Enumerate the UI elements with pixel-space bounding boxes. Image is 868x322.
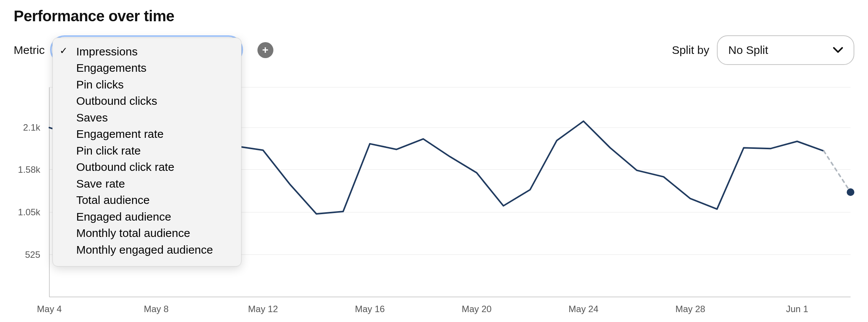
series-pending-line [824,151,851,192]
metric-option-label: Engagement rate [76,128,164,140]
metric-option-label: Save rate [76,177,125,190]
metric-option-label: Monthly total audience [76,227,190,239]
plus-icon: + [262,44,268,56]
metric-option-label: Pin clicks [76,78,124,91]
metric-option[interactable]: ✓Impressions [53,43,241,60]
x-tick-label: Jun 1 [786,304,808,314]
check-icon: ✓ [60,45,68,57]
metric-option[interactable]: Save rate [53,175,241,192]
split-by-label: Split by [672,44,709,57]
metric-dropdown-anchor: ✓ImpressionsEngagementsPin clicksOutboun… [52,38,241,63]
x-tick-label: May 16 [355,304,385,314]
metric-option[interactable]: Total audience [53,192,241,208]
controls-row: Metric ✓ImpressionsEngagementsPin clicks… [14,35,854,65]
metric-option-label: Engaged audience [76,210,171,223]
x-tick-label: May 28 [675,304,705,314]
y-tick-label: 1.05k [18,207,41,217]
x-tick-label: May 20 [462,304,492,314]
metric-option[interactable]: Monthly total audience [53,225,241,242]
metric-label: Metric [14,44,45,57]
split-by-value: No Split [728,44,768,57]
series-end-point [847,188,854,196]
metric-option-label: Monthly engaged audience [76,243,213,256]
x-tick-label: May 8 [144,304,169,314]
metric-option[interactable]: Pin click rate [53,142,241,159]
metric-option-label: Pin click rate [76,144,141,157]
x-tick-label: May 24 [568,304,598,314]
metric-option[interactable]: Engaged audience [53,208,241,225]
metric-option[interactable]: Outbound clicks [53,93,241,109]
metric-option[interactable]: Engagements [53,60,241,76]
metric-option[interactable]: Monthly engaged audience [53,242,241,258]
x-tick-label: May 4 [37,304,62,314]
metric-option[interactable]: Pin clicks [53,76,241,93]
metric-option-label: Impressions [76,45,138,58]
metric-option-label: Engagements [76,62,147,74]
analytics-panel: Performance over time Metric ✓Impression… [0,0,868,322]
metric-option[interactable]: Saves [53,109,241,126]
add-metric-button[interactable]: + [257,42,273,58]
x-tick-label: May 12 [248,304,278,314]
chevron-down-icon [833,47,843,53]
metric-option[interactable]: Engagement rate [53,126,241,142]
y-tick-label: 1.58k [18,164,41,175]
metric-option-label: Saves [76,111,108,124]
split-by-select[interactable]: No Split [717,35,854,65]
y-tick-label: 525 [25,249,40,260]
metric-option-label: Outbound clicks [76,95,157,107]
y-tick-label: 2.1k [23,122,41,133]
metric-option-label: Total audience [76,194,150,206]
metric-dropdown-panel: ✓ImpressionsEngagementsPin clicksOutboun… [52,38,241,267]
page-title: Performance over time [14,8,854,25]
metric-option-label: Outbound click rate [76,161,174,173]
metric-option[interactable]: Outbound click rate [53,159,241,175]
